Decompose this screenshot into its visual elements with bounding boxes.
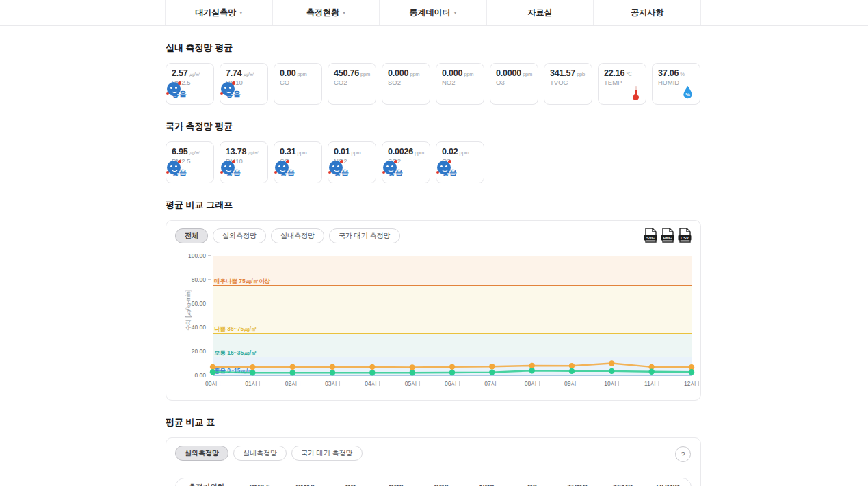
x-tick-label: 05시 (405, 380, 420, 388)
x-tick-label: 04시 (365, 380, 380, 388)
metric-unit: ℃ (626, 71, 631, 77)
metric-card-o3: 0.02ppm O3 좋음 (436, 141, 484, 183)
data-point (330, 364, 335, 370)
table-column-header: CO (328, 483, 373, 486)
help-button[interactable]: ? (675, 446, 691, 462)
data-point (449, 364, 455, 370)
metric-card-pm25: 6.95㎍/㎥ PM2.5 좋음 (166, 141, 214, 183)
metric-unit: % (680, 71, 684, 77)
metric-unit: ppm (298, 71, 307, 77)
x-tick-label: 07시 (484, 380, 499, 388)
data-point (210, 364, 215, 370)
data-point (489, 364, 495, 369)
nav-item-notices[interactable]: 공지사항 (593, 0, 701, 25)
indoor-cards-row: 2.57㎍/㎥ PM2.5 좋음 7.74㎍/㎥ PM10 좋음 0.00ppm… (166, 63, 701, 105)
table-column-header: CO2 (373, 483, 419, 486)
table-column-header: SO2 (419, 483, 464, 486)
data-point (449, 370, 455, 375)
chevron-down-icon: ▾ (453, 10, 456, 16)
main-content: 실내 측정망 평균 2.57㎍/㎥ PM2.5 좋음 7.74㎍/㎥ PM10 … (166, 42, 701, 486)
metric-name: TEMP (604, 79, 640, 86)
metric-name: O3 (496, 79, 532, 86)
export-file-icon[interactable]: SVG (644, 228, 657, 243)
svg-text:%: % (685, 92, 690, 98)
metric-card-no2: 0.01ppm NO2 좋음 (328, 141, 376, 183)
x-tick-label: 02시 (285, 380, 300, 388)
table-column-header: TEMP (600, 483, 645, 486)
data-point (410, 364, 415, 370)
metric-unit: ppm (298, 150, 307, 156)
face-good-icon (167, 161, 181, 174)
tab-national-air-network[interactable]: 국가 대기 측정망 (291, 446, 363, 461)
export-file-icon[interactable]: CSV (678, 228, 692, 243)
export-file-icon[interactable]: PNG (661, 228, 674, 243)
metric-unit: ㎍/㎥ (189, 150, 200, 156)
tab-indoor-network[interactable]: 실내측정망 (271, 228, 324, 243)
metric-card-co: 0.00ppm CO (274, 63, 322, 105)
metric-name: TVOC (550, 79, 586, 86)
metric-value: 37.06 (658, 68, 679, 78)
nav-item-air-network[interactable]: 대기실측망 ▾ (165, 0, 272, 25)
data-point (290, 370, 295, 375)
chart-section-title: 평균 비교 그래프 (166, 199, 701, 211)
thermometer-icon (633, 86, 639, 100)
table-section-title: 평균 비교 표 (166, 416, 701, 429)
indoor-section-title: 실내 측정망 평균 (166, 42, 701, 54)
nav-item-label: 자료실 (528, 7, 553, 18)
comparison-chart: 수치 [㎍/㎏-min] 0.0020.0040.0060.0080.00100… (175, 252, 692, 397)
chevron-down-icon: ▾ (239, 10, 242, 16)
metric-card-humid: 37.06% HUMID % (652, 63, 700, 105)
metric-value: 0.0026 (388, 147, 413, 157)
chevron-down-icon: ▾ (343, 10, 345, 16)
metric-value: 22.16 (604, 68, 624, 78)
metric-value: 0.01 (334, 147, 350, 157)
metric-unit: ㎍/㎥ (248, 150, 259, 156)
data-point (649, 369, 655, 375)
data-point (369, 370, 375, 375)
data-point (290, 364, 295, 370)
metric-name: NO2 (442, 79, 478, 86)
svg-text:PNG: PNG (663, 236, 672, 240)
svg-text:CSV: CSV (681, 236, 689, 240)
data-point (250, 364, 255, 370)
x-tick-label: 03시 (325, 380, 340, 388)
nav-item-label: 통계데이터 (409, 7, 450, 18)
table-column-header: NO2 (464, 483, 509, 486)
metric-card-temp: 22.16℃ TEMP (598, 63, 646, 105)
metric-value: 7.74 (226, 68, 242, 78)
tab-outdoor-network[interactable]: 실외측정망 (213, 228, 266, 243)
nav-item-measurement-status[interactable]: 측정현황 ▾ (272, 0, 380, 25)
x-tick-label: 01시 (245, 380, 260, 388)
table-column-header: O3 (510, 483, 555, 486)
x-axis-labels: 00시01시02시03시04시05시06시07시08시09시10시11시12시 (213, 380, 692, 390)
tab-all[interactable]: 전체 (175, 228, 208, 243)
metric-card-so2: 0.0026ppm SO2 좋음 (382, 141, 430, 183)
metric-name: CO (280, 79, 316, 86)
data-point (410, 370, 415, 375)
metric-card-o3: 0.0000ppm O3 (490, 63, 538, 105)
national-cards-row: 6.95㎍/㎥ PM2.5 좋음 13.78㎍/㎥ PM10 좋음 0.31pp… (166, 141, 701, 183)
chart-panel: 전체 실외측정망 실내측정망 국가 대기 측정망 SVG PNG CSV (166, 220, 701, 401)
metric-card-pm10: 13.78㎍/㎥ PM10 좋음 (220, 141, 268, 183)
tab-national-air-network[interactable]: 국가 대기 측정망 (329, 228, 400, 243)
metric-value: 450.76 (334, 68, 359, 78)
x-tick-label: 09시 (564, 380, 579, 388)
y-tick-label: 80.00 (192, 276, 211, 283)
tab-outdoor-network[interactable]: 실외측정망 (175, 446, 228, 461)
metric-unit: ppm (460, 150, 469, 156)
tab-indoor-network[interactable]: 실내측정망 (233, 446, 287, 461)
metric-value: 0.000 (442, 68, 462, 78)
x-tick-label: 11시 (644, 380, 659, 388)
table-column-header: PM10 (282, 483, 328, 486)
data-point (369, 364, 375, 370)
x-tick-label: 08시 (525, 380, 540, 388)
face-good-icon (437, 161, 451, 174)
metric-unit: ㎍/㎥ (189, 71, 200, 77)
nav-item-statistics-data[interactable]: 통계데이터 ▾ (379, 0, 486, 25)
metric-name: CO2 (334, 79, 370, 86)
metric-value: 0.00 (280, 68, 296, 78)
metric-value: 0.000 (388, 68, 408, 78)
nav-item-resources[interactable]: 자료실 (486, 0, 594, 25)
data-point (529, 368, 535, 373)
metric-unit: ppm (415, 150, 424, 156)
